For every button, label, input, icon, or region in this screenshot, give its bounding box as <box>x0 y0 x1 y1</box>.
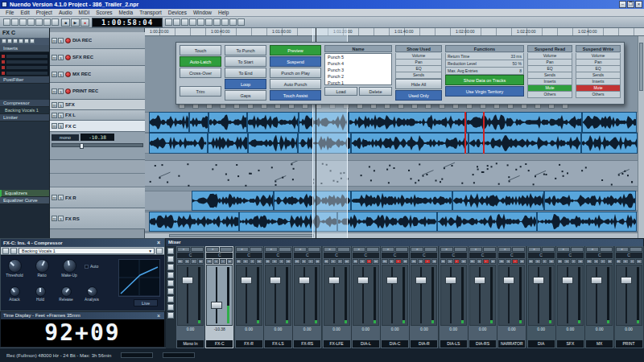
automation-touch[interactable]: Touch <box>180 45 221 56</box>
channel-insert-button[interactable] <box>220 247 233 252</box>
make-up-knob[interactable] <box>63 259 76 273</box>
channel-insert-button[interactable] <box>571 247 584 252</box>
mute-button[interactable]: m <box>557 259 564 264</box>
record-arm-button[interactable]: r <box>337 259 344 264</box>
pan-control[interactable]: C <box>498 253 525 258</box>
audio-clip[interactable] <box>437 212 537 232</box>
automation-lane-row[interactable] <box>50 160 145 174</box>
hold-knob[interactable] <box>35 286 46 297</box>
automation-others[interactable]: Others <box>576 92 621 98</box>
mute-button[interactable]: m <box>52 102 57 108</box>
inspector-section-equalizers[interactable]: Equalizers <box>0 190 49 197</box>
channel-edit-button[interactable]: e <box>557 247 570 252</box>
channel-edit-button[interactable]: e <box>265 247 278 252</box>
mixer-channel-fx-ls[interactable]: eCmsrw0.00FX-LS <box>264 246 293 348</box>
automation-volume[interactable]: Volume <box>395 53 442 60</box>
write-automation-button[interactable]: w <box>285 259 291 264</box>
automation-preview[interactable]: Preview <box>270 45 321 56</box>
automation-pan[interactable]: Pan <box>527 60 572 66</box>
automation-inserts[interactable]: Inserts <box>576 79 621 85</box>
automation-lane[interactable] <box>145 160 638 187</box>
solo-button[interactable]: s <box>535 259 541 264</box>
pan-control[interactable]: C <box>557 253 584 258</box>
fader-handle[interactable] <box>474 277 485 284</box>
write-automation-button[interactable]: w <box>256 259 262 264</box>
pan-control[interactable]: C <box>294 253 320 258</box>
fader-handle[interactable] <box>621 277 632 284</box>
mute-button[interactable]: m <box>440 259 447 264</box>
track-print-rec[interactable]: msPRINT REC <box>50 83 145 100</box>
mixer-rail-button[interactable] <box>167 280 174 286</box>
automation-to-punch[interactable]: To Punch <box>225 45 266 56</box>
automation-eq[interactable]: EQ <box>576 66 621 72</box>
channel-edit-button[interactable]: e <box>411 247 423 252</box>
mute-button[interactable]: m <box>52 113 57 118</box>
channel-edit-button[interactable]: e <box>528 247 541 252</box>
solo-button[interactable]: s <box>58 113 64 118</box>
mixer-rail-button[interactable] <box>167 264 174 270</box>
track-dia-rec[interactable]: msDIA REC <box>50 32 145 49</box>
audio-clip[interactable] <box>337 212 437 232</box>
mixer-channel-dia-c[interactable]: eCmsrw0.00DIA-C <box>381 246 410 348</box>
automation-mute[interactable]: Mute <box>527 85 572 92</box>
automation-show-data-on-tracks[interactable]: Show Data on Tracks <box>445 75 524 85</box>
pan-control[interactable]: C <box>177 253 204 258</box>
fader-handle[interactable] <box>299 277 310 284</box>
solo-button[interactable]: s <box>58 102 64 108</box>
automation-eq[interactable]: EQ <box>395 66 442 72</box>
mute-button[interactable]: m <box>52 123 57 129</box>
channel-insert-button[interactable] <box>250 247 262 252</box>
channel-edit-button[interactable]: e <box>498 247 511 252</box>
write-automation-button[interactable]: w <box>490 259 497 264</box>
mute-button[interactable]: m <box>206 259 213 264</box>
channel-edit-button[interactable]: e <box>294 247 307 252</box>
write-automation-button[interactable]: w <box>577 259 584 264</box>
automation-to-end[interactable]: To End <box>225 68 266 78</box>
automation-use-virgin-territory[interactable]: Use Virgin Territory <box>445 86 524 97</box>
fader-handle[interactable] <box>328 277 340 284</box>
channel-insert-button[interactable] <box>279 247 291 252</box>
automation-mute[interactable]: Mute <box>576 85 621 92</box>
plugin-close-icon[interactable]: × <box>155 239 162 247</box>
record-arm-button[interactable]: r <box>483 259 489 264</box>
mute-button[interactable]: m <box>177 259 184 264</box>
audio-clip[interactable] <box>208 133 248 154</box>
mixer-rail-button[interactable] <box>167 288 174 294</box>
fader-handle[interactable] <box>562 277 573 284</box>
inspector-icon[interactable] <box>7 39 12 43</box>
channel-insert-button[interactable] <box>366 247 379 252</box>
track-fx-l[interactable]: msFX L <box>50 110 145 121</box>
mixer-channel-print[interactable]: eCmsrw0.00PRINT <box>615 246 644 348</box>
toolbar-button[interactable] <box>229 19 237 26</box>
inspector-section-equalizer-curve[interactable]: Equalizer Curve <box>0 197 49 204</box>
audio-clip[interactable] <box>351 133 469 154</box>
channel-edit-button[interactable]: e <box>440 247 453 252</box>
solo-button[interactable]: s <box>389 259 395 264</box>
toolbar-button[interactable] <box>27 19 35 26</box>
audio-clip[interactable] <box>349 112 466 133</box>
function-reduction-level[interactable]: Reduction Level50 % <box>445 60 524 68</box>
fader-handle[interactable] <box>357 277 369 284</box>
audio-clip[interactable] <box>537 212 637 232</box>
channel-insert-button[interactable] <box>542 247 555 252</box>
mute-button[interactable]: m <box>52 88 57 94</box>
audio-clip[interactable] <box>208 112 247 133</box>
channel-edit-button[interactable]: e <box>616 247 629 252</box>
inspector-icon[interactable] <box>2 39 6 43</box>
solo-button[interactable]: s <box>184 259 191 264</box>
mixer-channel-dia[interactable]: eCmsrw0.00DIA <box>527 246 556 348</box>
record-arm-button[interactable]: r <box>308 259 314 264</box>
pan-control[interactable]: C <box>469 253 496 258</box>
fader-handle[interactable] <box>270 277 281 284</box>
pan-control[interactable]: C <box>411 253 437 258</box>
automation-sends[interactable]: Sends <box>576 72 621 79</box>
toolbar-button[interactable] <box>197 19 204 26</box>
audio-clip[interactable] <box>149 212 239 232</box>
function-return-time[interactable]: Return Time33 ms <box>445 53 524 60</box>
audio-clip[interactable] <box>192 191 274 211</box>
toolbar-button[interactable] <box>221 19 229 26</box>
preset-selector[interactable]: Backing Vocals 1 ▾ <box>19 248 155 254</box>
volume-display[interactable]: -10.38 <box>80 134 114 141</box>
mixer-channel-dia-rs[interactable]: eCmsrw0.00DIA-RS <box>469 246 497 348</box>
audio-clip[interactable] <box>581 133 638 154</box>
